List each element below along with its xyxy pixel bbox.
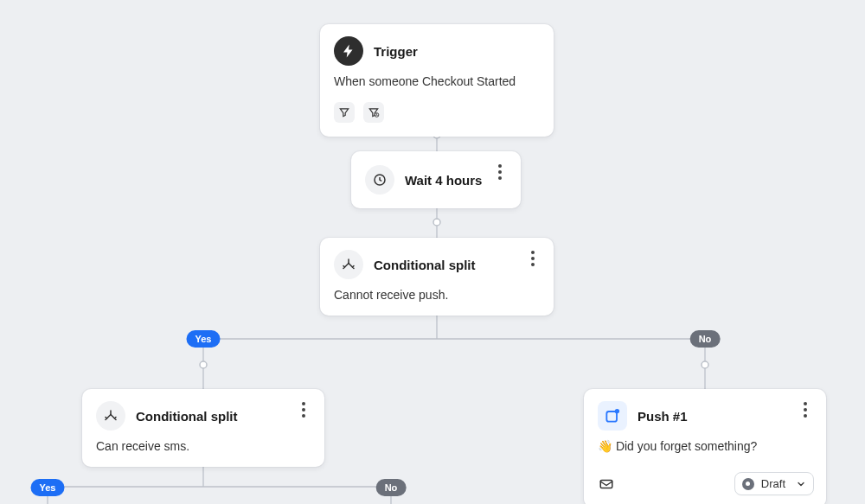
svg-point-19 xyxy=(615,409,619,413)
svg-point-7 xyxy=(200,361,207,368)
status-select[interactable]: Draft xyxy=(734,472,814,495)
more-button[interactable] xyxy=(490,162,510,182)
trigger-subtitle: When someone Checkout Started xyxy=(320,66,554,102)
conditional-split-node[interactable]: Conditional split Can receive sms. xyxy=(82,389,324,467)
svg-point-16 xyxy=(376,113,377,114)
branch-label-yes: Yes xyxy=(187,330,221,348)
chevron-down-icon xyxy=(796,479,806,489)
conditional-title: Conditional split xyxy=(374,258,476,272)
conditional-subtitle: Can receive sms. xyxy=(82,431,324,467)
conditional-subtitle: Cannot receive push. xyxy=(320,279,554,316)
more-button[interactable] xyxy=(522,248,543,269)
branch-label-no: No xyxy=(690,330,721,348)
profile-filter-icon xyxy=(363,102,384,123)
filter-icon xyxy=(334,102,355,123)
svg-rect-18 xyxy=(606,411,617,422)
push-icon xyxy=(598,401,627,431)
trigger-node[interactable]: Trigger When someone Checkout Started xyxy=(320,24,554,137)
push-node[interactable]: Push #1 👋 Did you forget something? Draf… xyxy=(584,389,826,504)
conditional-split-node[interactable]: Conditional split Cannot receive push. xyxy=(320,238,554,316)
trigger-icon xyxy=(334,36,363,66)
push-title: Push #1 xyxy=(638,409,688,424)
trigger-title: Trigger xyxy=(374,44,418,59)
branch-label-yes: Yes xyxy=(31,479,65,496)
clock-icon xyxy=(365,165,394,195)
conditional-title: Conditional split xyxy=(136,409,238,424)
status-label: Draft xyxy=(761,477,785,490)
status-dot-icon xyxy=(742,478,754,490)
wait-node[interactable]: Wait 4 hours xyxy=(351,151,521,208)
svg-rect-20 xyxy=(600,480,612,488)
svg-point-3 xyxy=(433,219,440,226)
more-button[interactable] xyxy=(293,399,314,420)
split-icon xyxy=(334,250,363,279)
branch-label-no: No xyxy=(376,479,407,496)
svg-point-9 xyxy=(702,361,708,368)
split-icon xyxy=(96,401,125,431)
more-button[interactable] xyxy=(795,399,816,420)
envelope-icon xyxy=(596,474,617,494)
wait-title: Wait 4 hours xyxy=(405,173,482,188)
push-subtitle: 👋 Did you forget something? xyxy=(584,431,826,467)
